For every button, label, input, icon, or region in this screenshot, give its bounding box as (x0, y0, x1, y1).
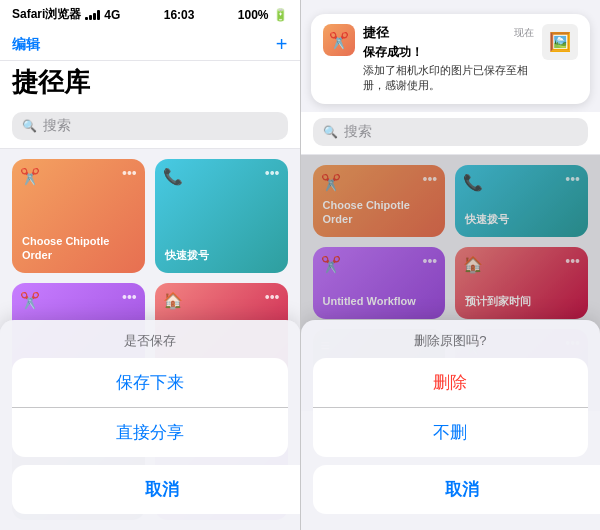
card-icon: 📞 (463, 173, 483, 192)
card-label: Choose Chipotle Order (22, 234, 135, 263)
search-placeholder-right: 搜索 (344, 123, 372, 141)
search-bar-left[interactable]: 🔍 搜索 (0, 106, 300, 149)
thumb-icon: 🖼️ (549, 31, 571, 53)
card-more-icon[interactable]: ••• (423, 171, 438, 187)
right-panel: ✂️ 捷径 现在 保存成功！ 添加了相机水印的图片已保存至相册，感谢使用。 🖼️ (301, 0, 601, 530)
notif-icon-symbol: ✂️ (329, 31, 349, 50)
search-icon: 🔍 (22, 119, 37, 133)
card-untitled-workflow-right[interactable]: ✂️ ••• Untitled Workflow (313, 247, 446, 319)
status-left: Safari浏览器 4G (12, 6, 120, 23)
card-icon: ✂️ (321, 173, 341, 192)
action-sheet-left: 是否保存 保存下来 直接分享 取消 (0, 320, 300, 530)
action-group-right: 删除 不删 (313, 358, 589, 457)
share-button[interactable]: 直接分享 (12, 408, 288, 457)
card-quick-dial-left[interactable]: 📞 ••• 快速拨号 (155, 159, 288, 273)
save-button[interactable]: 保存下来 (12, 358, 288, 407)
card-eta-home-right[interactable]: 🏠 ••• 预计到家时间 (455, 247, 588, 319)
card-icon: 📞 (163, 167, 183, 186)
status-right: 100% 🔋 (238, 8, 288, 22)
battery-label: 100% (238, 8, 269, 22)
card-quick-dial-right[interactable]: 📞 ••• 快速拨号 (455, 165, 588, 237)
card-icon: ✂️ (321, 255, 341, 274)
card-label: 快速拨号 (465, 212, 578, 226)
action-group-left: 保存下来 直接分享 (12, 358, 288, 457)
carrier-label: Safari浏览器 (12, 6, 81, 23)
left-panel: Safari浏览器 4G 16:03 100% 🔋 编辑 + 捷径库 🔍 搜索 … (0, 0, 300, 530)
card-more-icon[interactable]: ••• (122, 289, 137, 305)
notif-body: 添加了相机水印的图片已保存至相册，感谢使用。 (363, 63, 535, 94)
notification-banner: ✂️ 捷径 现在 保存成功！ 添加了相机水印的图片已保存至相册，感谢使用。 🖼️ (311, 14, 591, 104)
card-label: 预计到家时间 (465, 294, 578, 308)
card-icon: ✂️ (20, 167, 40, 186)
add-shortcut-button[interactable]: + (276, 33, 288, 56)
notif-thumbnail: 🖼️ (542, 24, 578, 60)
search-bar-right[interactable]: 🔍 搜索 (301, 112, 601, 155)
cancel-button-right[interactable]: 取消 (313, 465, 601, 514)
battery-icon: 🔋 (273, 8, 288, 22)
network-type: 4G (104, 8, 120, 22)
delete-button[interactable]: 删除 (313, 358, 589, 407)
signal-icon (85, 10, 100, 20)
top-bar-left: 编辑 + (0, 27, 300, 61)
card-choose-chipotle-left[interactable]: ✂️ ••• Choose Chipotle Order (12, 159, 145, 273)
card-more-icon[interactable]: ••• (423, 253, 438, 269)
notif-app-icon: ✂️ (323, 24, 355, 56)
card-more-icon[interactable]: ••• (565, 171, 580, 187)
notif-app-name: 捷径 (363, 24, 389, 42)
search-icon-right: 🔍 (323, 125, 338, 139)
search-placeholder: 搜索 (43, 117, 71, 135)
cancel-button-left[interactable]: 取消 (12, 465, 300, 514)
card-more-icon[interactable]: ••• (265, 165, 280, 181)
notif-title: 保存成功！ (363, 44, 535, 61)
edit-button[interactable]: 编辑 (12, 36, 40, 54)
card-more-icon[interactable]: ••• (265, 289, 280, 305)
action-sheet-right: 删除原图吗? 删除 不删 取消 (301, 320, 601, 530)
notif-content: 捷径 现在 保存成功！ 添加了相机水印的图片已保存至相册，感谢使用。 (363, 24, 535, 94)
card-label: 快速拨号 (165, 248, 278, 262)
keep-button[interactable]: 不删 (313, 408, 589, 457)
card-icon: 🏠 (163, 291, 183, 310)
library-title: 捷径库 (0, 61, 300, 106)
card-label: Untitled Workflow (323, 294, 436, 308)
action-sheet-title-left: 是否保存 (0, 328, 300, 358)
card-more-icon[interactable]: ••• (122, 165, 137, 181)
card-more-icon[interactable]: ••• (565, 253, 580, 269)
card-icon: 🏠 (463, 255, 483, 274)
clock: 16:03 (164, 8, 195, 22)
right-panel-content: ✂️ 捷径 现在 保存成功！ 添加了相机水印的图片已保存至相册，感谢使用。 🖼️ (301, 0, 601, 530)
card-choose-chipotle-right[interactable]: ✂️ ••• Choose Chipotle Order (313, 165, 446, 237)
action-sheet-title-right: 删除原图吗? (301, 328, 601, 358)
card-label: Choose Chipotle Order (323, 198, 436, 227)
notif-time: 现在 (514, 26, 534, 40)
card-icon: ✂️ (20, 291, 40, 310)
status-bar-left: Safari浏览器 4G 16:03 100% 🔋 (0, 0, 300, 27)
